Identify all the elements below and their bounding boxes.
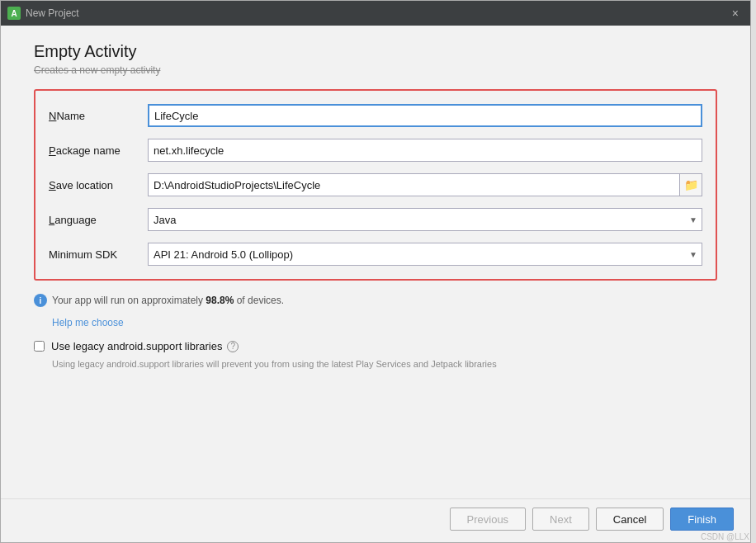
info-icon: i bbox=[34, 294, 47, 307]
next-button[interactable]: Next bbox=[532, 508, 589, 531]
watermark: CSDN @LLX bbox=[701, 532, 749, 541]
save-location-label: Save location bbox=[49, 179, 148, 191]
activity-subtitle: Creates a new empty activity bbox=[34, 64, 717, 76]
app-icon: A bbox=[7, 7, 21, 20]
minimum-sdk-select-wrapper: API 16: Android 4.1 (Jelly Bean) API 17:… bbox=[148, 243, 702, 266]
close-button[interactable]: × bbox=[727, 6, 744, 21]
info-section: i Your app will run on approximately 98.… bbox=[34, 294, 717, 328]
info-percentage: 98.8% bbox=[206, 295, 234, 306]
title-bar: A New Project × bbox=[1, 1, 750, 26]
activity-title: Empty Activity bbox=[34, 42, 717, 61]
save-location-row: Save location 📁 bbox=[49, 173, 702, 196]
package-name-row: Package name bbox=[49, 139, 702, 162]
legacy-checkbox[interactable] bbox=[34, 341, 45, 352]
language-select-wrapper: Java Kotlin ▼ bbox=[148, 208, 702, 231]
language-label: Language bbox=[49, 214, 148, 226]
legacy-help-icon[interactable]: ? bbox=[227, 341, 239, 352]
save-location-wrapper: 📁 bbox=[148, 173, 702, 196]
title-bar-text: New Project bbox=[26, 7, 727, 19]
previous-button[interactable]: Previous bbox=[450, 508, 527, 531]
dialog-body: Empty Activity Creates a new empty activ… bbox=[1, 26, 750, 498]
save-location-input[interactable] bbox=[148, 173, 679, 196]
name-label: NName bbox=[49, 110, 148, 122]
browse-folder-button[interactable]: 📁 bbox=[679, 173, 702, 196]
info-text: Your app will run on approximately 98.8%… bbox=[52, 295, 284, 306]
button-bar: Previous Next Cancel Finish bbox=[1, 498, 750, 542]
side-panel bbox=[751, 0, 756, 543]
finish-button[interactable]: Finish bbox=[670, 508, 734, 531]
help-me-choose-link[interactable]: Help me choose bbox=[52, 317, 717, 328]
new-project-dialog: A New Project × Empty Activity Creates a… bbox=[0, 0, 751, 543]
minimum-sdk-label: Minimum SDK bbox=[49, 248, 148, 261]
form-area: NName Package name Save location 📁 bbox=[34, 89, 717, 281]
info-row: i Your app will run on approximately 98.… bbox=[34, 294, 717, 307]
package-name-label: Package name bbox=[49, 144, 148, 157]
name-row: NName bbox=[49, 104, 702, 127]
package-name-input[interactable] bbox=[148, 139, 702, 162]
legacy-checkbox-label[interactable]: Use legacy android.support libraries bbox=[51, 340, 222, 352]
cancel-button[interactable]: Cancel bbox=[596, 508, 664, 531]
legacy-description: Using legacy android.support libraries w… bbox=[52, 357, 717, 371]
legacy-checkbox-row: Use legacy android.support libraries ? bbox=[34, 340, 717, 352]
language-select[interactable]: Java Kotlin bbox=[148, 208, 702, 231]
language-row: Language Java Kotlin ▼ bbox=[49, 208, 702, 231]
minimum-sdk-row: Minimum SDK API 16: Android 4.1 (Jelly B… bbox=[49, 243, 702, 266]
minimum-sdk-select[interactable]: API 16: Android 4.1 (Jelly Bean) API 17:… bbox=[148, 243, 702, 266]
name-input[interactable] bbox=[148, 104, 702, 127]
